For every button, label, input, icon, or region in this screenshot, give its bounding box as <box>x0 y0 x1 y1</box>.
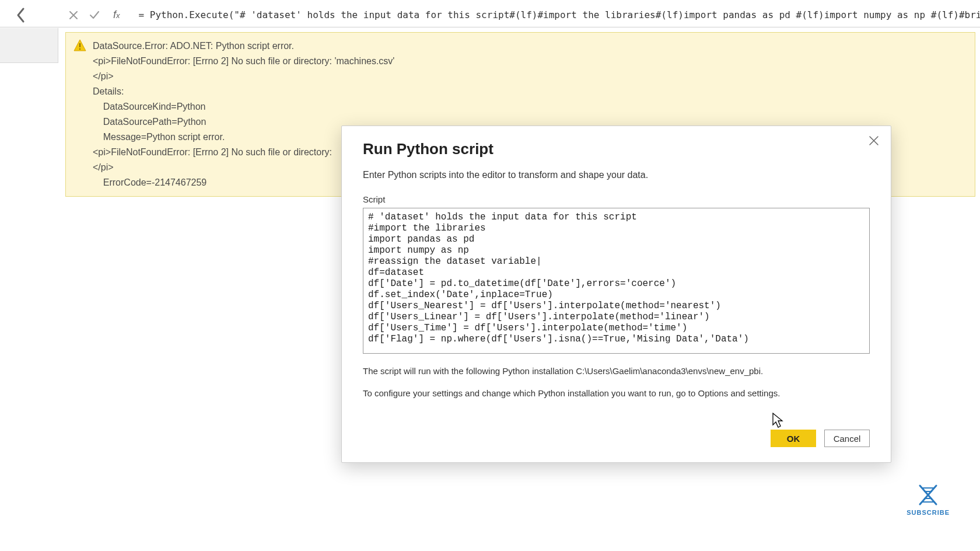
subscribe-label: SUBSCRIBE <box>907 509 950 516</box>
formula-controls: fx <box>65 7 120 23</box>
cancel-button[interactable]: Cancel <box>824 430 870 447</box>
dialog-button-row: OK Cancel <box>363 430 870 447</box>
cancel-formula-icon[interactable] <box>65 7 82 23</box>
back-chevron-icon[interactable] <box>0 3 42 27</box>
run-python-script-dialog: Run Python script Enter Python scripts i… <box>341 125 891 463</box>
ok-button[interactable]: OK <box>771 430 816 447</box>
dialog-title: Run Python script <box>363 140 870 158</box>
warning-icon <box>73 39 87 53</box>
close-icon[interactable] <box>865 132 883 149</box>
install-note-2: To configure your settings and change wh… <box>363 386 870 400</box>
fx-label: fx <box>113 9 120 21</box>
dna-icon <box>915 483 941 507</box>
script-input[interactable] <box>363 208 870 354</box>
sidebar-stub <box>0 28 58 63</box>
confirm-formula-icon[interactable] <box>86 7 103 23</box>
script-label: Script <box>363 194 870 204</box>
error-title: DataSource.Error: ADO.NET: Python script… <box>93 39 394 54</box>
svg-rect-1 <box>79 48 80 50</box>
subscribe-badge[interactable]: SUBSCRIBE <box>907 483 950 516</box>
formula-text[interactable]: = Python.Execute("# 'dataset' holds the … <box>139 9 980 20</box>
svg-rect-0 <box>79 43 80 47</box>
install-note-1: The script will run with the following P… <box>363 364 870 378</box>
dialog-subtitle: Enter Python scripts into the editor to … <box>363 170 870 180</box>
formula-bar: fx = Python.Execute("# 'dataset' holds t… <box>0 3 980 27</box>
